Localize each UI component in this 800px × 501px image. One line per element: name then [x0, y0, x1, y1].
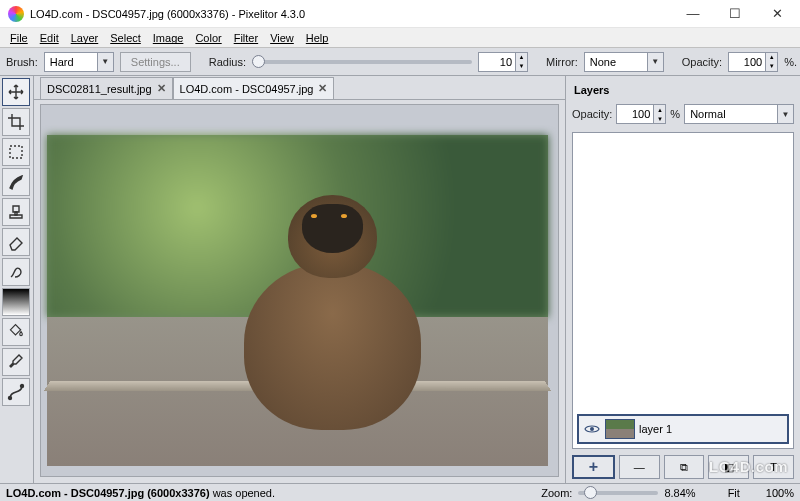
marquee-tool[interactable]	[2, 138, 30, 166]
svg-point-1	[9, 397, 12, 400]
bucket-tool[interactable]	[2, 318, 30, 346]
layer-actions: + — ⧉ ◧ T	[572, 455, 794, 479]
layer-thumbnail	[605, 419, 635, 439]
chevron-down-icon: ▼	[97, 53, 113, 71]
menu-edit[interactable]: Edit	[34, 30, 65, 46]
eye-icon	[584, 423, 600, 435]
canvas-viewport[interactable]	[40, 104, 559, 477]
menu-help[interactable]: Help	[300, 30, 335, 46]
spinner-up-icon[interactable]: ▲	[654, 105, 665, 114]
menu-color[interactable]: Color	[189, 30, 227, 46]
menu-filter[interactable]: Filter	[228, 30, 264, 46]
toolbox	[0, 76, 34, 483]
opacity-spinner[interactable]: ▲▼	[728, 52, 778, 72]
zoom-slider[interactable]	[578, 491, 658, 495]
menu-file[interactable]: File	[4, 30, 34, 46]
stamp-icon	[7, 203, 25, 221]
smudge-tool[interactable]	[2, 258, 30, 286]
work-area: DSC02811_result.jpg ✕ LO4D.com - DSC0495…	[0, 76, 800, 483]
opacity-percent: %.	[784, 56, 797, 68]
marquee-icon	[7, 143, 25, 161]
path-tool[interactable]	[2, 378, 30, 406]
minimize-button[interactable]: —	[672, 1, 714, 27]
layer-opacity-label: Opacity:	[572, 108, 612, 120]
mirror-label: Mirror:	[546, 56, 578, 68]
eyedropper-icon	[7, 353, 25, 371]
zoom-label: Zoom:	[541, 487, 572, 499]
layers-list[interactable]: layer 1	[572, 132, 794, 449]
title-bar: LO4D.com - DSC04957.jpg (6000x3376) - Pi…	[0, 0, 800, 28]
bucket-icon	[7, 323, 25, 341]
add-layer-button[interactable]: +	[572, 455, 615, 479]
layers-panel: Layers Opacity: ▲▼ % Normal ▼ layer 1	[565, 76, 800, 483]
svg-point-3	[590, 427, 594, 431]
menu-layer[interactable]: Layer	[65, 30, 105, 46]
document-tab[interactable]: LO4D.com - DSC04957.jpg ✕	[173, 77, 335, 99]
spinner-down-icon[interactable]: ▼	[654, 114, 665, 123]
stamp-tool[interactable]	[2, 198, 30, 226]
slider-thumb[interactable]	[584, 486, 597, 499]
slider-thumb[interactable]	[252, 55, 265, 68]
menu-image[interactable]: Image	[147, 30, 190, 46]
settings-button[interactable]: Settings...	[120, 52, 191, 72]
chevron-down-icon: ▼	[777, 105, 793, 123]
brush-tool[interactable]	[2, 168, 30, 196]
options-toolbar: Brush: Hard ▼ Settings... Radius: ▲▼ Mir…	[0, 48, 800, 76]
opacity-input[interactable]	[728, 52, 766, 72]
crop-icon	[7, 113, 25, 131]
mirror-select-value: None	[590, 56, 643, 68]
tab-label: LO4D.com - DSC04957.jpg	[180, 83, 314, 95]
eraser-icon	[7, 233, 25, 251]
crop-tool[interactable]	[2, 108, 30, 136]
close-tab-icon[interactable]: ✕	[157, 82, 166, 95]
mirror-select[interactable]: None ▼	[584, 52, 664, 72]
brush-label: Brush:	[6, 56, 38, 68]
close-button[interactable]: ✕	[756, 1, 798, 27]
radius-spinner[interactable]: ▲▼	[478, 52, 528, 72]
maximize-button[interactable]: ☐	[714, 1, 756, 27]
blend-mode-select[interactable]: Normal ▼	[684, 104, 794, 124]
layers-title: Layers	[572, 80, 794, 100]
radius-slider[interactable]	[252, 60, 472, 64]
mask-layer-button[interactable]: ◧	[708, 455, 749, 479]
layer-opacity-spinner[interactable]: ▲▼	[616, 104, 666, 124]
zoom-fit-button[interactable]: Fit	[728, 487, 740, 499]
brush-select-value: Hard	[50, 56, 93, 68]
document-tab[interactable]: DSC02811_result.jpg ✕	[40, 77, 173, 99]
delete-layer-button[interactable]: —	[619, 455, 660, 479]
close-tab-icon[interactable]: ✕	[318, 82, 327, 95]
radius-label: Radius:	[209, 56, 246, 68]
smudge-icon	[7, 263, 25, 281]
tab-label: DSC02811_result.jpg	[47, 83, 152, 95]
spinner-down-icon[interactable]: ▼	[766, 62, 777, 71]
gradient-tool[interactable]	[2, 288, 30, 316]
zoom-100-button[interactable]: 100%	[766, 487, 794, 499]
layer-item[interactable]: layer 1	[577, 414, 789, 444]
layer-name[interactable]: layer 1	[639, 423, 672, 435]
menu-view[interactable]: View	[264, 30, 300, 46]
spinner-up-icon[interactable]: ▲	[766, 53, 777, 62]
eyedropper-tool[interactable]	[2, 348, 30, 376]
spinner-up-icon[interactable]: ▲	[516, 53, 527, 62]
radius-input[interactable]	[478, 52, 516, 72]
path-icon	[7, 383, 25, 401]
zoom-value: 8.84%	[664, 487, 695, 499]
move-tool[interactable]	[2, 78, 30, 106]
visibility-toggle[interactable]	[583, 420, 601, 438]
brush-select[interactable]: Hard ▼	[44, 52, 114, 72]
text-layer-button[interactable]: T	[753, 455, 794, 479]
spinner-down-icon[interactable]: ▼	[516, 62, 527, 71]
menu-select[interactable]: Select	[104, 30, 147, 46]
layer-opacity-input[interactable]	[616, 104, 654, 124]
menu-bar: File Edit Layer Select Image Color Filte…	[0, 28, 800, 48]
move-icon	[7, 83, 25, 101]
status-bar: LO4D.com - DSC04957.jpg (6000x3376) was …	[0, 483, 800, 501]
duplicate-layer-button[interactable]: ⧉	[664, 455, 705, 479]
canvas-area: DSC02811_result.jpg ✕ LO4D.com - DSC0495…	[34, 76, 565, 483]
app-icon	[8, 6, 24, 22]
eraser-tool[interactable]	[2, 228, 30, 256]
brush-icon	[7, 173, 25, 191]
status-message: LO4D.com - DSC04957.jpg (6000x3376) was …	[6, 487, 275, 499]
image-content	[47, 135, 548, 466]
chevron-down-icon: ▼	[647, 53, 663, 71]
